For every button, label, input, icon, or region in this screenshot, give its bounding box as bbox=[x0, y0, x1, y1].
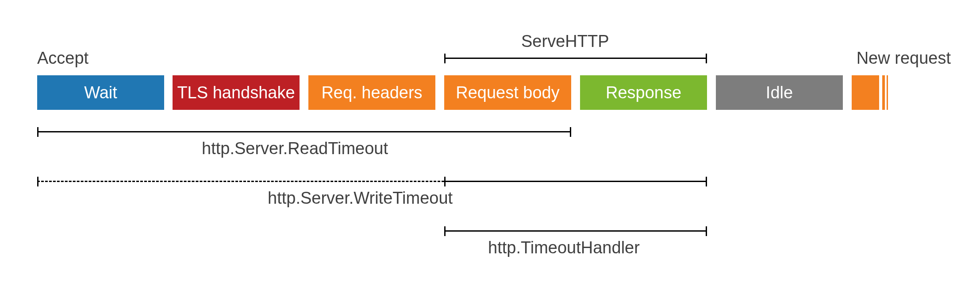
phase-label: Req. headers bbox=[321, 83, 422, 102]
phase-idle: Idle bbox=[716, 75, 843, 110]
span-cap-icon bbox=[706, 226, 707, 236]
stripe-icon bbox=[885, 75, 887, 110]
span-cap-icon bbox=[37, 127, 38, 137]
phase-label: Response bbox=[606, 83, 681, 102]
timeline-diagram: Accept New request ServeHTTP Wait TLS ha… bbox=[0, 0, 980, 287]
phase-request-body: Request body bbox=[444, 75, 571, 110]
span-cap-icon bbox=[37, 177, 38, 186]
span-cap-icon bbox=[444, 226, 446, 236]
span-cap-icon bbox=[570, 127, 571, 137]
phase-tls-handshake: TLS handshake bbox=[173, 75, 300, 110]
read-timeout-label: http.Server.ReadTimeout bbox=[202, 139, 388, 158]
serve-http-label: ServeHTTP bbox=[521, 32, 609, 51]
phase-response: Response bbox=[580, 75, 707, 110]
stripe-icon bbox=[879, 75, 882, 110]
timeout-handler-span bbox=[444, 230, 707, 232]
new-request-label: New request bbox=[857, 49, 951, 68]
read-timeout-span bbox=[37, 131, 571, 132]
phase-wait: Wait bbox=[37, 75, 164, 110]
write-timeout-span-dashed bbox=[37, 181, 444, 182]
phase-request-headers: Req. headers bbox=[308, 75, 435, 110]
phase-label: Request body bbox=[456, 83, 560, 102]
span-cap-icon bbox=[706, 177, 707, 186]
span-cap-icon bbox=[444, 177, 446, 186]
timeout-handler-label: http.TimeoutHandler bbox=[488, 238, 640, 257]
write-timeout-label: http.Server.WriteTimeout bbox=[268, 189, 453, 208]
serve-http-span bbox=[444, 58, 707, 59]
write-timeout-span-solid bbox=[444, 181, 707, 182]
span-cap-icon bbox=[706, 54, 707, 63]
accept-label: Accept bbox=[37, 49, 88, 68]
phase-label: Wait bbox=[84, 83, 117, 102]
phase-new-request-start bbox=[852, 75, 888, 110]
phase-label: Idle bbox=[766, 83, 793, 102]
phase-label: TLS handshake bbox=[177, 83, 295, 102]
span-cap-icon bbox=[444, 54, 446, 63]
